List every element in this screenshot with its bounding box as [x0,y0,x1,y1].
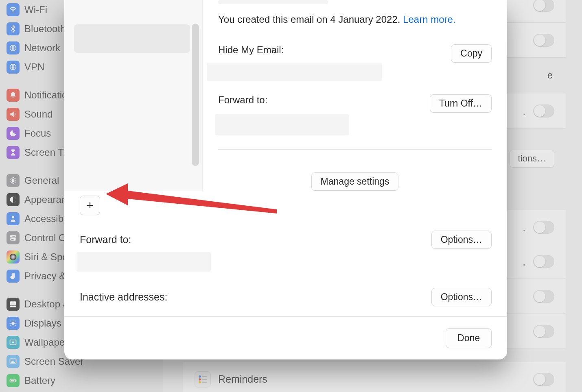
svg-rect-10 [10,301,16,305]
redacted-email [207,63,382,81]
svg-rect-22 [202,376,207,377]
moon-icon [7,127,20,140]
options-button[interactable]: tions… [510,150,554,168]
toggle-switch[interactable] [533,325,554,338]
globe-icon [7,41,20,54]
svg-rect-17 [16,380,17,381]
sidebar-item-label: General [24,175,59,186]
reminders-label: Reminders [218,373,267,385]
redacted-forward-email [215,114,349,135]
truncated-text: e [547,70,553,81]
forward-options-button[interactable]: Options… [431,231,492,249]
forward-to-section-label: Forward to: [80,234,131,246]
list-item[interactable] [74,96,190,141]
sidebar-item-label: Wi-Fi [24,4,47,15]
svg-rect-24 [202,381,207,383]
toggle-switch[interactable] [533,0,554,12]
svg-point-8 [14,239,15,240]
wallpaper-icon [7,336,20,349]
hide-my-email-sheet: You created this email on 4 January 2022… [64,0,507,359]
person-icon [7,212,20,225]
sidebar-item-label: Wallpaper [24,337,68,348]
hourglass-icon [7,146,20,159]
bluetooth-icon [7,22,20,35]
truncated-text: . [523,255,526,268]
toggle-switch[interactable] [533,255,554,268]
inactive-options-button[interactable]: Options… [431,288,492,306]
done-button[interactable]: Done [446,328,492,348]
toggle-switch[interactable] [533,105,554,118]
svg-rect-23 [202,379,207,380]
battery-icon [7,374,20,387]
wifi-icon [7,3,20,16]
sidebar-item-label: Sound [24,109,53,120]
svg-point-4 [12,216,14,218]
truncated-text: . [523,104,526,118]
globe-lock-icon [7,61,20,74]
truncated-text: . [523,220,526,234]
copy-button[interactable]: Copy [451,44,492,63]
list-item[interactable] [74,24,190,53]
hide-my-email-label: Hide My Email: [218,44,443,56]
svg-point-12 [11,322,15,325]
svg-point-21 [199,381,201,383]
sidebar-item-label: Displays [24,318,61,329]
alias-detail-pane: You created this email on 4 January 2022… [203,0,507,191]
svg-rect-11 [10,306,16,307]
redacted-forward-email-2 [77,252,211,272]
sidebar-item-label: Focus [24,128,51,139]
svg-point-7 [11,236,12,237]
add-alias-button[interactable]: + [80,196,100,215]
svg-point-9 [10,253,17,260]
manage-settings-button[interactable]: Manage settings [311,172,399,191]
desktop-icon [7,298,20,311]
sidebar-item-label: Network [24,42,60,54]
siri-icon [7,250,20,264]
forward-to-label: Forward to: [218,94,422,106]
redacted-text [218,0,328,4]
reminders-icon [195,371,211,388]
hand-icon [7,270,20,283]
screensaver-icon [7,355,20,368]
list-item[interactable] [74,147,190,172]
email-alias-list[interactable] [64,0,203,191]
toggle-switch[interactable] [533,373,554,386]
list-scrollbar[interactable] [192,24,199,166]
bell-icon [7,89,20,102]
svg-point-0 [13,11,13,12]
svg-rect-18 [11,380,14,381]
svg-point-19 [199,375,201,377]
svg-point-14 [12,341,14,343]
sidebar-item-label: Bluetooth [24,23,66,35]
learn-more-link[interactable]: Learn more. [403,14,455,25]
toggle-switch[interactable] [533,34,554,47]
email-creation-info: You created this email on 4 January 2022… [218,14,492,25]
toggle-switch[interactable] [533,221,554,234]
svg-point-20 [199,378,201,380]
sun-icon [7,317,20,330]
contrast-icon [7,193,20,206]
toggle-switch[interactable] [533,290,554,303]
gear-icon [7,174,20,187]
turn-off-button[interactable]: Turn Off… [430,94,492,113]
sidebar-item-battery[interactable]: Battery [7,371,156,390]
list-item[interactable] [74,0,190,24]
speaker-icon [7,108,20,121]
bg-setting-row-reminders: Reminders [183,362,566,392]
switches-icon [7,231,20,244]
list-item[interactable] [74,59,190,89]
sidebar-item-label: VPN [24,61,44,73]
inactive-addresses-label: Inactive addresses: [80,291,167,303]
sidebar-item-label: Battery [24,375,55,386]
